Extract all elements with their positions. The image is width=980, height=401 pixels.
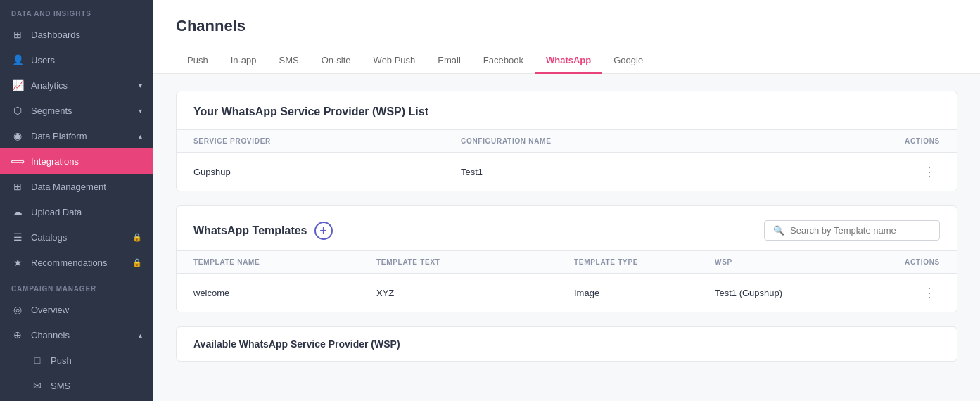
template-row: welcome XYZ Image Test1 (Gupshup) ⋮ (177, 274, 957, 312)
cell-service: Gupshup (193, 167, 461, 177)
sidebar-item-push[interactable]: □ Push (0, 348, 153, 373)
templates-title: WhatsApp Templates + (193, 222, 333, 240)
recommendations-icon: ★ (11, 256, 24, 269)
template-search-box[interactable]: 🔍 (764, 220, 940, 241)
sidebar-item-label: Users (31, 55, 55, 65)
push-icon: □ (31, 354, 44, 367)
col-template-text-header: TEMPLATE TEXT (376, 258, 574, 266)
wsp-table-header: SERVICE PROVIDER CONFIGURATION NAME ACTI… (177, 129, 957, 153)
col-template-name-header: TEMPLATE NAME (193, 258, 376, 266)
tab-in-app[interactable]: In-app (219, 48, 268, 74)
tab-push[interactable]: Push (176, 48, 219, 74)
upload-icon: ☁ (11, 205, 24, 218)
sidebar-item-label: Catalogs (31, 232, 67, 243)
sidebar-item-dashboards[interactable]: ⊞ Dashboards (0, 22, 153, 47)
sidebar-item-recommendations[interactable]: ★ Recommendations 🔒 (0, 250, 153, 275)
sidebar-section-campaign: CAMPAIGN MANAGER (0, 275, 153, 297)
sidebar-item-integrations[interactable]: ⟺ Integrations (0, 148, 153, 174)
sidebar-item-segments[interactable]: ⬡ Segments ▾ (0, 98, 153, 123)
lock-icon: 🔒 (132, 258, 142, 267)
tab-sms[interactable]: SMS (268, 48, 310, 74)
overview-icon: ◎ (11, 303, 24, 316)
sidebar-item-analytics[interactable]: 📈 Analytics ▾ (0, 72, 153, 98)
sidebar-item-catalogs[interactable]: ☰ Catalogs 🔒 (0, 224, 153, 250)
tab-whatsapp[interactable]: WhatsApp (535, 48, 602, 74)
sidebar-item-label: Channels (31, 330, 70, 340)
col-template-type-header: TEMPLATE TYPE (574, 258, 715, 266)
col-actions-header: ACTIONS (884, 137, 940, 145)
sidebar-item-overview[interactable]: ◎ Overview (0, 297, 153, 322)
chevron-up-icon: ▴ (139, 132, 142, 140)
sidebar-item-label: Segments (31, 106, 72, 116)
sidebar-item-label: Integrations (31, 156, 79, 167)
data-management-icon: ⊞ (11, 180, 24, 193)
sidebar-item-label: Dashboards (31, 30, 80, 40)
chevron-up-icon: ▴ (139, 331, 142, 339)
tab-google[interactable]: Google (602, 48, 654, 74)
cell-template-actions: ⋮ (884, 284, 940, 302)
cell-template-wsp: Test1 (Gupshup) (715, 288, 884, 298)
sidebar-item-label: Overview (31, 305, 69, 315)
data-platform-icon: ◉ (11, 129, 24, 142)
tab-on-site[interactable]: On-site (310, 48, 362, 74)
tab-email[interactable]: Email (426, 48, 472, 74)
sidebar: DATA AND INSIGHTS ⊞ Dashboards 👤 Users 📈… (0, 0, 153, 401)
wsp-list-card: Your WhatsApp Service Provider (WSP) Lis… (176, 91, 957, 191)
integrations-icon: ⟺ (11, 155, 24, 167)
cell-actions: ⋮ (884, 163, 940, 181)
table-row: Gupshup Test1 ⋮ (177, 153, 957, 191)
cell-template-text: XYZ (376, 288, 574, 298)
sidebar-item-label: SMS (51, 381, 70, 391)
sidebar-item-label: Upload Data (31, 207, 82, 217)
tab-web-push[interactable]: Web Push (362, 48, 427, 74)
users-icon: 👤 (11, 53, 24, 66)
search-icon: 🔍 (773, 225, 784, 236)
available-section-title: Available WhatsApp Service Provider (WSP… (177, 327, 957, 361)
template-row-actions-button[interactable]: ⋮ (919, 284, 940, 302)
col-service-header: SERVICE PROVIDER (193, 137, 461, 145)
sidebar-item-sms[interactable]: ✉ SMS (0, 373, 153, 398)
templates-card-header: WhatsApp Templates + 🔍 (177, 206, 957, 250)
sidebar-section-data-insights: DATA AND INSIGHTS (0, 0, 153, 22)
page-title: Channels (176, 17, 957, 35)
templates-table-header: TEMPLATE NAME TEMPLATE TEXT TEMPLATE TYP… (177, 250, 957, 274)
channels-icon: ⊕ (11, 329, 24, 341)
add-template-button[interactable]: + (314, 222, 333, 240)
sidebar-item-upload-data[interactable]: ☁ Upload Data (0, 199, 153, 224)
sms-icon: ✉ (31, 379, 44, 392)
sidebar-item-web-push[interactable]: □ Web Push (0, 398, 153, 401)
cell-config: Test1 (461, 167, 884, 177)
sidebar-item-label: Recommendations (31, 257, 107, 268)
sidebar-item-label: Data Management (31, 182, 106, 192)
cell-template-name: welcome (193, 288, 376, 298)
segments-icon: ⬡ (11, 104, 24, 117)
main-content: Channels Push In-app SMS On-site Web Pus… (153, 0, 980, 401)
grid-icon: ⊞ (11, 28, 24, 41)
wsp-card-title: Your WhatsApp Service Provider (WSP) Lis… (193, 106, 940, 118)
chevron-down-icon: ▾ (139, 82, 142, 89)
row-actions-button[interactable]: ⋮ (919, 163, 940, 181)
template-search-input[interactable] (790, 225, 931, 236)
sidebar-item-users[interactable]: 👤 Users (0, 47, 153, 72)
chevron-down-icon: ▾ (139, 107, 142, 115)
wsp-card-header: Your WhatsApp Service Provider (WSP) Lis… (177, 91, 957, 118)
sidebar-item-data-platform[interactable]: ◉ Data Platform ▴ (0, 123, 153, 148)
sidebar-item-data-management[interactable]: ⊞ Data Management (0, 174, 153, 199)
col-template-actions-header: ACTIONS (884, 258, 940, 266)
templates-card: WhatsApp Templates + 🔍 TEMPLATE NAME TEM… (176, 205, 957, 312)
col-config-header: CONFIGURATION NAME (461, 137, 884, 145)
tab-facebook[interactable]: Facebook (472, 48, 535, 74)
cell-template-type: Image (574, 288, 715, 298)
col-template-wsp-header: WSP (715, 258, 884, 266)
analytics-icon: 📈 (11, 79, 24, 91)
catalogs-icon: ☰ (11, 231, 24, 243)
tabs-nav: Push In-app SMS On-site Web Push Email F… (176, 48, 957, 73)
sidebar-item-label: Analytics (31, 80, 68, 91)
content-area: Your WhatsApp Service Provider (WSP) Lis… (153, 74, 980, 401)
page-header: Channels Push In-app SMS On-site Web Pus… (153, 0, 980, 74)
sidebar-item-label: Push (51, 355, 72, 366)
sidebar-item-label: Data Platform (31, 131, 87, 141)
sidebar-item-channels[interactable]: ⊕ Channels ▴ (0, 322, 153, 348)
lock-icon: 🔒 (132, 233, 142, 242)
available-wsp-card: Available WhatsApp Service Provider (WSP… (176, 326, 957, 362)
